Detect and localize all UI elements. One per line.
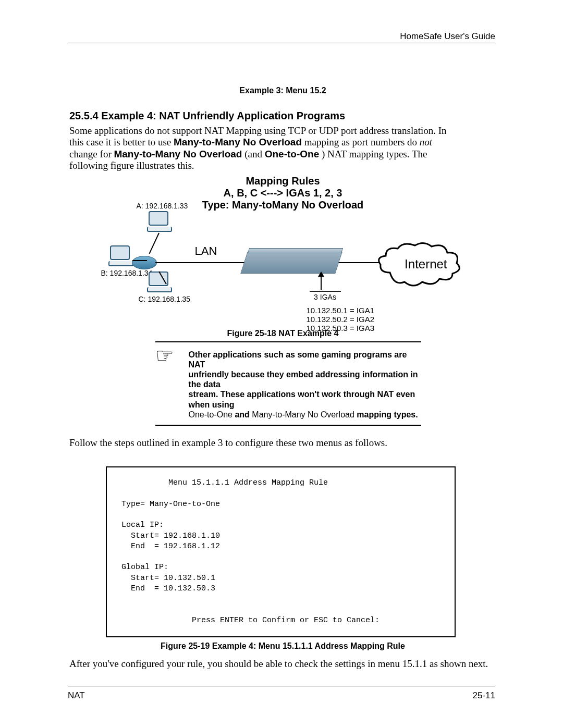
figure-25-19-caption: Figure 25-19 Example 4: Menu 15.1.1.1 Ad… [69,641,496,651]
intro-line3c: (and [244,149,265,159]
nat-diagram: Mapping Rules A, B, C <---> IGAs 1, 2, 3… [108,175,458,426]
intro-line3-bold1: Many-to-Many No Overload [114,149,242,159]
note-line1: Other applications such as some gaming p… [189,350,407,369]
host-a-label: A: 192.168.1.33 [137,202,188,210]
iga1: 10.132.50.1 = IGA1 [307,306,375,315]
term-local-start: Start= 192.168.1.10 [121,532,220,540]
section-heading: 25.5.4 Example 4: NAT Unfriendly Applica… [69,110,496,122]
section-number: 25.5.4 [69,110,99,121]
note-line4c: Many-to-Many No Overload [252,410,357,419]
example3-caption: Example 3: Menu 15.2 [69,86,496,95]
follow-steps-text: Follow the steps outlined in example 3 t… [69,437,496,449]
term-localip: Local IP: [121,521,164,529]
term-globalip: Global IP: [121,563,168,572]
page-content: Example 3: Menu 15.2 25.5.4 Example 4: N… [69,86,496,673]
intro-line1: Some applications do not support NAT Map… [69,125,447,136]
header-rule [68,43,495,43]
term-global-end: End = 10.132.50.3 [121,584,215,593]
after-text: After you've configured your rule, you s… [69,658,496,670]
note-line3: stream. These applications won't work th… [189,390,415,409]
intro-line3a: change for [69,149,114,159]
arrow-up-icon [321,273,322,290]
intro-line2-bold: Many-to-Many No Overload [174,137,302,147]
host-b-label: B: 192.168.1.34 [101,269,153,277]
intro-line2c: mapping as port numbers do [304,137,420,147]
note-callout: ☞ Other applications such as some gaming… [155,341,421,426]
section-title: Example 4: NAT Unfriendly Application Pr… [101,110,345,121]
router-icon [132,256,157,269]
footer-page-number: 25-11 [473,690,495,701]
computer-icon [147,211,170,232]
note-line4d: mapping types. [357,410,418,419]
term-type: Type= Many-One-to-One [121,500,220,509]
internet-label: Internet [405,257,447,272]
host-c-label: C: 192.168.1.35 [139,295,191,303]
lan-label: LAN [195,244,217,258]
footer-rule [68,686,495,686]
wire-icon [149,232,159,254]
terminal-menu-15-1-1-1: Menu 15.1.1.1 Address Mapping Rule Type=… [106,466,456,637]
computer-icon [147,272,170,292]
diagram-title-line1: Mapping Rules [108,175,458,187]
hand-pointing-icon: ☞ [155,353,174,419]
iga3: 10.132.50.3 = IGA3 [307,324,375,332]
header-doc-title: HomeSafe User's Guide [400,31,495,42]
figure-25-18-caption: Figure 25-18 NAT Example 4 [108,329,458,338]
wire-icon [132,260,147,261]
diagram-body: A: 192.168.1.33 B: 192.168.1.34 C: 192.1… [108,214,458,277]
intro-line2-italic: not [420,137,432,147]
footer-left: NAT [68,690,85,701]
intro-line3e: ) NAT mapping types. The [322,149,427,159]
computer-icon [108,245,131,266]
note-line2: unfriendly because they embed addressing… [189,370,418,389]
nat-device-icon [240,252,342,274]
iga-list: 10.132.50.1 = IGA1 10.132.50.2 = IGA2 10… [307,306,375,333]
page: HomeSafe User's Guide Example 3: Menu 15… [0,0,563,728]
iga2: 10.132.50.2 = IGA2 [307,315,375,324]
diagram-title-line2: A, B, C <---> IGAs 1, 2, 3 [108,187,458,199]
term-local-end: End = 192.168.1.12 [121,542,220,551]
intro-line4: following figure illustrates this. [69,160,194,171]
intro-line2a: this case it is better to use [69,137,174,147]
intro-line3-bold2: One-to-One [265,149,320,159]
term-title: Menu 15.1.1.1 Address Mapping Rule [121,478,328,487]
intro-paragraph: Some applications do not support NAT Map… [69,125,496,172]
note-line4b: and [235,410,252,419]
note-line4a: One-to-One [189,410,235,419]
term-press-enter: Press ENTER to Confirm or ESC to Cancel: [121,616,380,625]
three-igas-label: 3 IGAs [310,291,341,301]
term-global-start: Start= 10.132.50.1 [121,574,215,583]
note-text: Other applications such as some gaming p… [189,350,421,419]
